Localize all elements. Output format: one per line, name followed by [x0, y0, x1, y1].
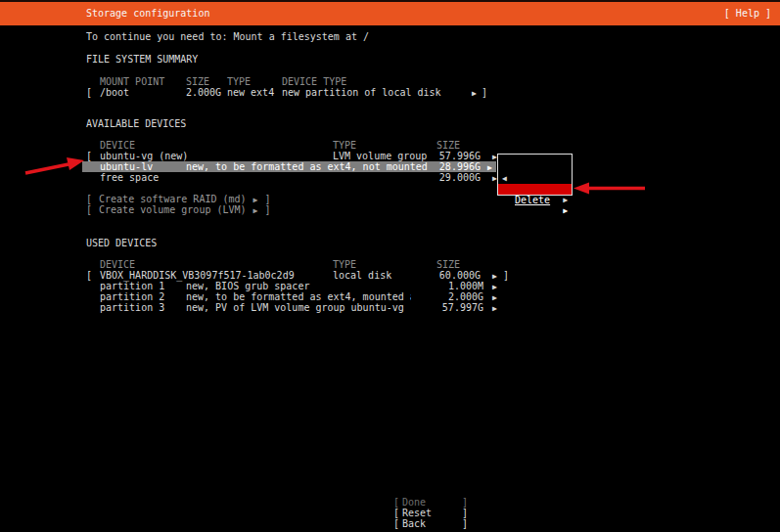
bracket-open: [	[86, 270, 92, 281]
bracket-open: [	[393, 508, 399, 518]
used-header-size: SIZE	[436, 259, 460, 270]
device-type: local disk	[333, 270, 391, 281]
fs-row-device-type: new partition of local disk	[282, 87, 441, 98]
bracket-close: ]	[503, 270, 509, 281]
context-menu: ◀ (close) Edit ▶ Delete ▶	[497, 154, 573, 196]
fs-row-type: new ext4	[227, 87, 274, 98]
submenu-arrow-icon: ▶	[487, 162, 492, 173]
storage-configuration-screen: Storage configuration [ Help ] To contin…	[0, 0, 780, 532]
device-name: ubuntu-vg (new)	[100, 151, 188, 161]
bracket-close: ]	[462, 518, 468, 529]
bracket-open: [	[393, 497, 399, 508]
fs-header-device-type: DEVICE TYPE	[282, 76, 346, 87]
submenu-arrow-icon: ▶	[492, 292, 497, 303]
used-devices-heading: USED DEVICES	[86, 238, 157, 248]
device-name: partition 1	[100, 281, 164, 291]
submenu-arrow-icon: ▶	[563, 205, 568, 216]
menu-item-label: Delete	[515, 195, 550, 205]
submenu-arrow-icon: ▶	[492, 271, 497, 282]
create-raid-label: Create software RAID (md)	[92, 194, 253, 204]
device-desc: new, to be formatted as ext4, not mounte…	[186, 161, 428, 172]
annotation-arrow-left	[22, 155, 88, 178]
fs-header-size: SIZE	[186, 76, 209, 87]
device-name: partition 2	[100, 291, 164, 302]
back-label: Back	[402, 518, 426, 529]
device-name: free space	[100, 172, 159, 183]
fs-header-type: TYPE	[227, 76, 251, 87]
device-size: 60.000G	[411, 270, 481, 281]
fs-row-size: 2.000G	[186, 87, 221, 98]
device-desc: new, BIOS grub spacer	[186, 281, 309, 291]
available-devices-heading: AVAILABLE DEVICES	[86, 118, 186, 129]
create-lvm-button[interactable]: [Create volume group (LVM)▶]	[86, 204, 270, 215]
used-header-device: DEVICE	[100, 259, 135, 270]
annotation-arrow-right	[571, 181, 649, 196]
title-bar: Storage configuration [ Help ]	[0, 2, 780, 25]
menu-item-delete[interactable]: Delete ▶	[498, 184, 572, 195]
bracket-open: [	[86, 87, 92, 98]
device-name: partition 3	[100, 302, 164, 313]
device-size: 2.000G	[411, 291, 483, 302]
help-button[interactable]: [ Help ]	[724, 2, 771, 25]
device-size: 57.996G	[411, 151, 481, 161]
bracket-close: ]	[257, 204, 270, 215]
page-title: Storage configuration	[86, 2, 209, 25]
device-size: 28.996G	[411, 161, 481, 172]
bracket-close: ]	[462, 497, 468, 508]
device-desc: new, PV of LVM volume group ubuntu-vg	[186, 302, 404, 313]
available-header-type: TYPE	[333, 140, 356, 151]
menu-item-edit[interactable]: Edit ▶	[498, 173, 572, 184]
create-raid-button[interactable]: [Create software RAID (md)▶]	[86, 194, 270, 204]
menu-item-close[interactable]: ◀ (close)	[498, 162, 572, 173]
fs-summary-heading: FILE SYSTEM SUMMARY	[86, 54, 198, 65]
submenu-arrow-icon: ▶	[492, 282, 497, 292]
create-lvm-label: Create volume group (LVM)	[92, 204, 253, 215]
fs-header-mount-point: MOUNT POINT	[100, 76, 164, 87]
used-header-type: TYPE	[333, 259, 356, 270]
available-header-device: DEVICE	[100, 140, 135, 151]
submenu-arrow-icon: ▶	[472, 88, 477, 99]
device-size: 29.000G	[411, 172, 481, 183]
reset-label: Reset	[402, 508, 432, 518]
continue-notice: To continue you need to: Mount a filesys…	[86, 31, 369, 42]
available-header-size: SIZE	[436, 140, 460, 151]
submenu-arrow-icon: ▶	[563, 195, 568, 205]
done-label: Done	[402, 497, 426, 508]
bracket-close: ]	[257, 194, 270, 204]
device-name: VBOX_HARDDISK_VB3097f517-1ab0c2d9	[100, 270, 295, 281]
fs-row-mount-point: /boot	[100, 87, 129, 98]
device-size: 57.997G	[411, 302, 483, 313]
submenu-arrow-icon: ▶	[492, 303, 497, 314]
bracket-open: [	[393, 518, 399, 529]
bracket-close: ]	[462, 508, 468, 518]
device-size: 1.000M	[411, 281, 483, 291]
bracket-close: ]	[482, 87, 487, 98]
device-name: ubuntu-lv	[100, 161, 153, 172]
